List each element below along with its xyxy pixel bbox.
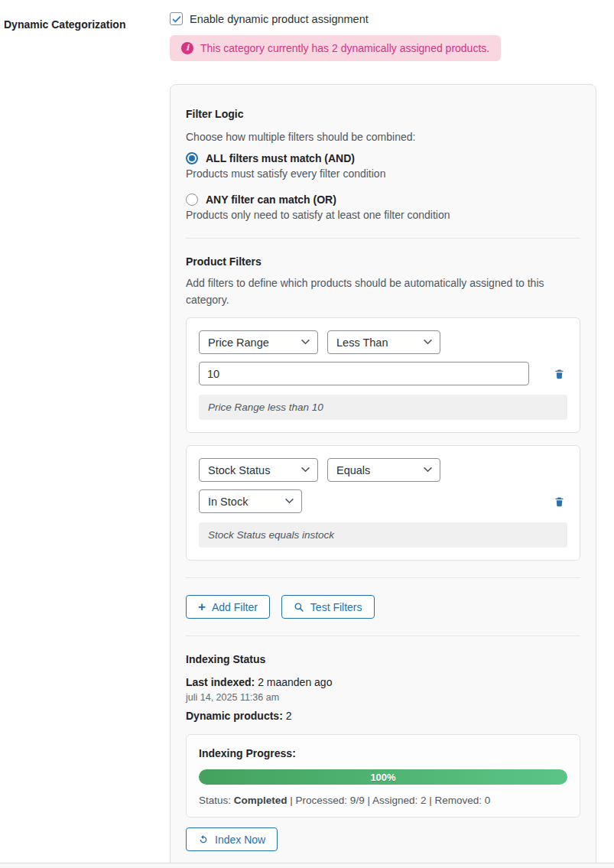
radio-unselected-icon[interactable] xyxy=(186,193,198,206)
form-content-column: Enable dynamic product assignment i This… xyxy=(170,0,596,868)
indexing-progress-heading: Indexing Progress: xyxy=(199,747,567,759)
radio-option-or[interactable]: ANY filter can match (OR) xyxy=(186,193,580,206)
page-title: Dynamic Categorization xyxy=(4,18,125,31)
section-divider xyxy=(186,238,580,239)
trash-icon xyxy=(554,368,565,380)
indexing-progress-bar: 100% xyxy=(199,769,567,785)
indexing-progress-card: Indexing Progress: 100% Status: Complete… xyxy=(186,734,580,818)
status-label: Status: xyxy=(199,795,231,806)
filter-logic-heading: Filter Logic xyxy=(186,108,580,120)
filter-value-row: In Stock xyxy=(199,489,567,513)
add-filter-label: Add Filter xyxy=(212,601,258,613)
info-icon: i xyxy=(181,42,193,54)
test-filters-button[interactable]: Test Filters xyxy=(281,595,375,619)
checkbox-checked-icon[interactable] xyxy=(170,12,183,25)
indexing-status-heading: Indexing Status xyxy=(186,653,580,665)
filter-value-text: In Stock xyxy=(208,496,248,508)
radio-option-or-description: Products only need to satisfy at least o… xyxy=(186,209,580,221)
filter-operator-value: Equals xyxy=(336,464,370,476)
filter-value-select[interactable]: In Stock xyxy=(199,489,302,513)
product-filters-description: Add filters to define which products sho… xyxy=(186,275,553,308)
filter-type-value: Price Range xyxy=(208,336,269,349)
filter-operator-select[interactable]: Less Than xyxy=(327,330,440,354)
test-filters-label: Test Filters xyxy=(310,601,362,613)
filter-card-stock-status: Stock Status Equals xyxy=(186,445,580,561)
last-indexed-line: Last indexed: 2 maanden ago xyxy=(186,676,580,688)
filter-type-select[interactable]: Stock Status xyxy=(199,458,318,482)
category-settings-page: Dynamic Categorization Enable dynamic pr… xyxy=(0,0,614,868)
dynamic-categorization-form-row: Dynamic Categorization Enable dynamic pr… xyxy=(0,0,614,868)
search-icon xyxy=(294,602,304,613)
chevron-down-icon xyxy=(301,467,310,473)
filter-operator-value: Less Than xyxy=(336,336,388,349)
section-divider xyxy=(186,577,580,578)
filter-selects-row: Price Range Less Than xyxy=(199,330,567,354)
filter-summary: Stock Status equals instock xyxy=(199,522,567,548)
assigned-products-notice: i This category currently has 2 dynamica… xyxy=(170,35,501,61)
filter-summary: Price Range less than 10 xyxy=(199,395,567,420)
radio-option-and-label: ALL filters must match (AND) xyxy=(206,152,355,164)
trash-icon xyxy=(554,496,565,508)
check-icon xyxy=(171,14,182,24)
last-indexed-date: juli 14, 2025 11:36 am xyxy=(186,692,580,703)
status-details: | Processed: 9/9 | Assigned: 2 | Removed… xyxy=(290,795,490,806)
index-now-label: Index Now xyxy=(215,834,265,846)
filter-actions-row: + Add Filter Test Filters xyxy=(186,595,580,619)
index-now-button[interactable]: Index Now xyxy=(186,827,278,851)
dynamic-products-label: Dynamic products: xyxy=(186,710,283,722)
dynamic-products-line: Dynamic products: 2 xyxy=(186,710,580,722)
dynamic-products-value: 2 xyxy=(286,710,292,722)
add-filter-button[interactable]: + Add Filter xyxy=(186,595,270,619)
dynamic-categorization-panel: Filter Logic Choose how multiple filters… xyxy=(170,84,596,868)
chevron-down-icon xyxy=(424,467,432,473)
filter-operator-select[interactable]: Equals xyxy=(327,458,440,482)
indexing-status-line: Status: Completed | Processed: 9/9 | Ass… xyxy=(199,795,567,806)
radio-option-and-description: Products must satisfy every filter condi… xyxy=(186,167,580,180)
section-divider xyxy=(186,636,580,636)
filter-selects-row: Stock Status Equals xyxy=(199,458,567,482)
filter-card-price-range: Price Range Less Than xyxy=(186,317,580,433)
radio-selected-icon[interactable] xyxy=(186,152,198,164)
chevron-down-icon xyxy=(285,499,294,504)
remove-filter-button[interactable] xyxy=(554,496,565,508)
product-filters-heading: Product Filters xyxy=(186,255,580,268)
page-bottom-divider xyxy=(0,863,614,868)
filter-logic-description: Choose how multiple filters should be co… xyxy=(186,131,580,143)
remove-filter-button[interactable] xyxy=(554,368,565,380)
filter-type-select[interactable]: Price Range xyxy=(199,330,318,354)
radio-option-or-label: ANY filter can match (OR) xyxy=(206,193,336,206)
plus-icon: + xyxy=(198,600,206,613)
filter-value-row xyxy=(199,362,567,385)
chevron-down-icon xyxy=(301,340,310,345)
last-indexed-label: Last indexed: xyxy=(186,676,255,688)
refresh-icon xyxy=(198,834,209,845)
filter-type-value: Stock Status xyxy=(208,464,270,476)
status-value: Completed xyxy=(234,795,288,806)
last-indexed-value: 2 maanden ago xyxy=(258,676,332,688)
enable-dynamic-assignment-label: Enable dynamic product assignment xyxy=(190,13,369,25)
enable-dynamic-assignment-row[interactable]: Enable dynamic product assignment xyxy=(170,12,596,25)
form-label-column: Dynamic Categorization xyxy=(0,0,170,868)
chevron-down-icon xyxy=(424,340,432,345)
filter-value-input[interactable] xyxy=(199,362,529,385)
assigned-products-notice-text: This category currently has 2 dynamicall… xyxy=(200,42,489,54)
progress-percent-label: 100% xyxy=(370,772,395,783)
radio-option-and[interactable]: ALL filters must match (AND) xyxy=(186,152,580,164)
